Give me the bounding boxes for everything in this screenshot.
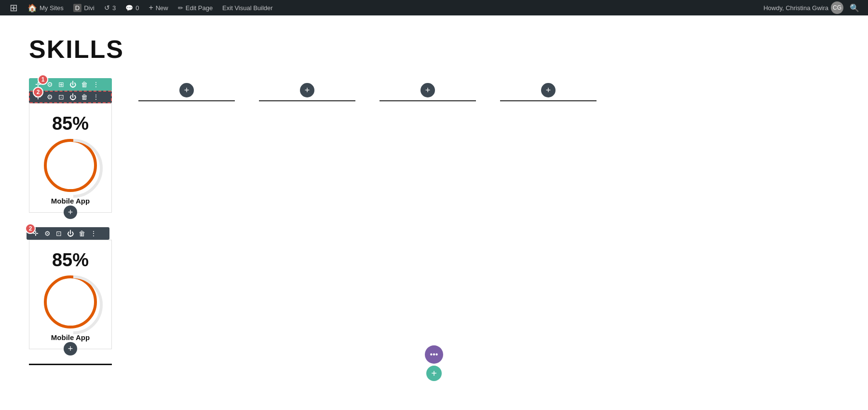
page-title: SKILLS [29, 35, 839, 64]
new-label: New [156, 4, 168, 12]
divi-menu[interactable]: D Divi [68, 0, 99, 15]
module-toolbar-1: 2 ✛ ⚙ ⊡ ⏻ 🗑 ⋮ [29, 91, 112, 103]
section-toggle-icon[interactable]: ⏻ [68, 80, 77, 89]
module-badge-1: 2 [33, 87, 43, 97]
new-menu[interactable]: + New [144, 0, 173, 15]
my-sites-menu[interactable]: 🏠 My Sites [23, 0, 68, 15]
column-add-btn-2[interactable]: + [300, 83, 314, 97]
comments-count: 0 [136, 4, 139, 12]
skill-card-1: 85% Mobile App + [29, 103, 112, 213]
column-line-1 [138, 100, 235, 101]
module-delete-icon-2[interactable]: 🗑 [78, 229, 86, 238]
admin-bar: ⊞ 🏠 My Sites D Divi ↺ 3 💬 0 + New ✏ Edit… [0, 0, 868, 15]
row-2: 2 ✛ ⚙ ⊡ ⏻ 🗑 ⋮ 85% Mobile App + [29, 227, 839, 349]
module-toggle-icon-2[interactable]: ⏻ [66, 229, 75, 238]
add-module-btn-2[interactable]: + [64, 342, 77, 355]
column-add-btn-1[interactable]: + [179, 83, 194, 97]
more-options-button[interactable]: ••• [425, 345, 443, 364]
module-more-icon-1[interactable]: ⋮ [92, 93, 100, 101]
my-sites-label: My Sites [40, 4, 64, 12]
edit-page-label: Edit Page [186, 4, 213, 12]
column-add-btn-4[interactable]: + [541, 83, 556, 97]
edit-icon: ✏ [178, 4, 183, 12]
bottom-line [29, 364, 112, 365]
section-delete-icon[interactable]: 🗑 [80, 80, 89, 89]
skill-label-2: Mobile App [34, 333, 107, 342]
module-toolbar-2: 2 ✛ ⚙ ⊡ ⏻ 🗑 ⋮ [27, 227, 109, 240]
search-icon[interactable]: 🔍 [846, 3, 863, 13]
exit-builder-menu[interactable]: Exit Visual Builder [217, 0, 278, 15]
column-line-4 [500, 100, 597, 101]
module-badge-2: 2 [25, 223, 36, 234]
skill-label-1: Mobile App [34, 197, 107, 205]
module-duplicate-icon-2[interactable]: ⊡ [54, 229, 63, 238]
module-toggle-icon-1[interactable]: ⏻ [68, 93, 77, 101]
column-placeholder-2: + [247, 78, 367, 101]
column-line-2 [259, 100, 355, 101]
edit-page-menu[interactable]: ✏ Edit Page [173, 0, 217, 15]
column-add-btn-3[interactable]: + [420, 83, 435, 97]
section-columns-icon[interactable]: ⊞ [57, 80, 66, 89]
column-line-3 [380, 100, 476, 101]
column-placeholder-3: + [367, 78, 488, 101]
module-settings-icon-1[interactable]: ⚙ [45, 93, 54, 101]
column-placeholder-4: + [488, 78, 609, 101]
exit-builder-label: Exit Visual Builder [222, 4, 273, 12]
column-placeholder-1: + [126, 78, 247, 101]
bottom-add-area: ••• + [425, 345, 443, 381]
comments-icon: 💬 [125, 4, 133, 12]
columns-area-1: + + + + [126, 78, 839, 101]
section-badge-1: 1 [38, 74, 48, 85]
avatar[interactable]: CG [831, 1, 843, 14]
skill-percent-2: 85% [34, 250, 107, 271]
skill-circle-1 [44, 139, 97, 192]
row-1: 1 ✛ ⚙ ⊞ ⏻ 🗑 ⋮ 2 ✛ ⚙ ⊡ ⏻ 🗑 ⋮ 85% [29, 78, 839, 213]
howdy-label: Howdy, Christina Gwira [763, 4, 828, 12]
admin-bar-right: Howdy, Christina Gwira CG 🔍 [763, 1, 863, 14]
skill-circle-2 [44, 275, 97, 328]
module-delete-icon-1[interactable]: 🗑 [80, 93, 89, 101]
sites-icon: 🏠 [27, 3, 37, 13]
comments-menu[interactable]: 💬 0 [121, 0, 144, 15]
module-settings-icon-2[interactable]: ⚙ [43, 229, 52, 238]
new-icon: + [149, 3, 153, 12]
main-content: SKILLS 1 ✛ ⚙ ⊞ ⏻ 🗑 ⋮ 2 ✛ ⚙ ⊡ ⏻ 🗑 ⋮ [0, 15, 868, 410]
revisions-count: 3 [112, 4, 116, 12]
left-module-1: 1 ✛ ⚙ ⊞ ⏻ 🗑 ⋮ 2 ✛ ⚙ ⊡ ⏻ 🗑 ⋮ 85% [29, 78, 112, 213]
divi-label: Divi [84, 4, 95, 12]
wordpress-logo[interactable]: ⊞ [5, 0, 23, 15]
left-module-2: 2 ✛ ⚙ ⊡ ⏻ 🗑 ⋮ 85% Mobile App + [29, 227, 112, 349]
section-more-icon[interactable]: ⋮ [92, 80, 100, 89]
revisions-icon: ↺ [104, 4, 110, 12]
module-duplicate-icon-1[interactable]: ⊡ [57, 93, 66, 101]
add-section-button[interactable]: + [426, 366, 442, 381]
revisions-menu[interactable]: ↺ 3 [99, 0, 121, 15]
add-module-btn-1[interactable]: + [64, 205, 77, 219]
skill-percent-1: 85% [34, 113, 107, 134]
divi-icon: D [73, 4, 81, 12]
skill-card-2: 85% Mobile App + [29, 240, 112, 349]
module-more-icon-2[interactable]: ⋮ [89, 229, 98, 238]
